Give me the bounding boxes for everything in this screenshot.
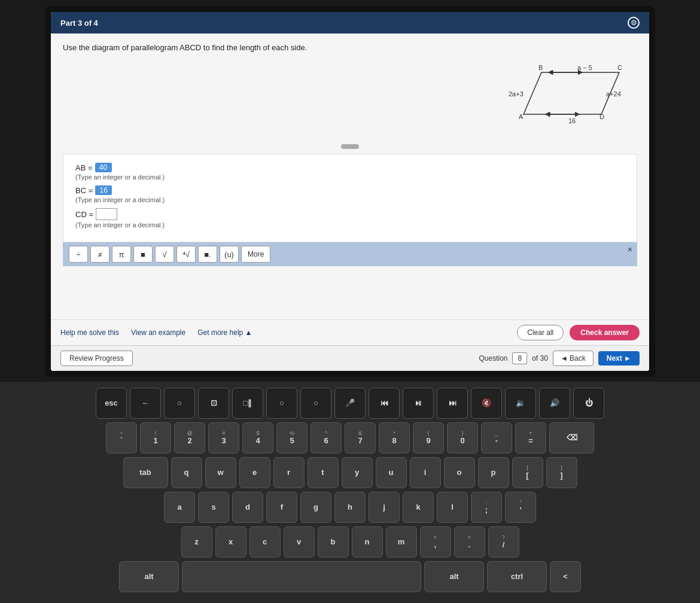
key-0[interactable]: )0 [447,422,478,453]
key-w[interactable]: w [205,457,236,488]
key-8[interactable]: *8 [379,422,410,453]
decimal-btn[interactable]: ■. [198,246,217,263]
cd-label: CD = [75,208,625,220]
keyboard: esc ← ○ ⊡ □‖ ○ ○ 🎤 ⏮ ⏯ ⏭ 🔇 🔉 🔊 ⏻ ~` !1 @… [0,382,700,603]
screen-bezel: Part 3 of 4 ⚙ Use the diagram of paralle… [45,6,655,377]
not-equal-btn[interactable]: ≠ [90,246,109,263]
clear-all-button[interactable]: Clear all [517,325,564,340]
box-btn[interactable]: ■ [133,246,153,263]
key-4[interactable]: $4 [242,422,273,453]
key-next-track[interactable]: ⏭ [437,388,468,419]
key-lbracket[interactable]: {[ [512,457,543,488]
key-k[interactable]: k [403,492,434,523]
key-minus[interactable]: _- [481,422,512,453]
key-alt-left[interactable]: alt [119,561,179,592]
divide-btn[interactable]: ÷ [69,246,88,263]
key-p[interactable]: p [478,457,509,488]
key-r[interactable]: r [273,457,305,488]
key-fn5[interactable]: □‖ [232,388,263,419]
key-semicolon[interactable]: :; [471,492,502,523]
key-a[interactable]: a [164,492,195,523]
key-n[interactable]: n [352,526,383,558]
cd-input[interactable] [96,208,117,220]
key-equals[interactable]: += [515,422,546,453]
key-tab[interactable]: tab [123,457,168,488]
keyboard-fn-row: esc ← ○ ⊡ □‖ ○ ○ 🎤 ⏮ ⏯ ⏭ 🔇 🔉 🔊 ⏻ [12,388,688,419]
sqrt-btn[interactable]: √ [155,246,174,263]
key-7[interactable]: &7 [345,422,376,453]
key-l[interactable]: l [437,492,468,523]
key-g[interactable]: g [300,492,331,523]
bc-row: BC = 16 (Type an integer or a decimal.) [75,185,625,203]
key-rbracket[interactable]: }] [546,457,577,488]
help-me-solve-link[interactable]: Help me solve this [60,328,119,337]
back-button[interactable]: ◄ Back [553,351,594,366]
key-back-arrow[interactable]: ← [130,388,161,419]
key-v[interactable]: v [284,526,315,558]
key-6[interactable]: ^6 [311,422,342,453]
key-s[interactable]: s [198,492,229,523]
key-quote[interactable]: "' [505,492,536,523]
key-o[interactable]: o [444,457,475,488]
unit-btn[interactable]: (u) [220,246,239,263]
key-fn4[interactable]: ⊡ [198,388,229,419]
nth-root-btn[interactable]: ⁴√ [176,246,196,263]
key-fn7[interactable]: ○ [300,388,331,419]
key-power[interactable]: ⏻ [573,388,604,419]
key-prev-track[interactable]: ⏮ [369,388,400,419]
key-ctrl-right[interactable]: ctrl [487,561,547,592]
key-fn3[interactable]: ○ [164,388,195,419]
key-slash[interactable]: ?/ [488,526,519,558]
key-m[interactable]: m [386,526,417,558]
svg-text:16: 16 [568,117,576,124]
key-arrow-left[interactable]: < [550,561,581,592]
key-z[interactable]: z [181,526,212,558]
key-e[interactable]: e [239,457,270,488]
key-mute[interactable]: 🔇 [471,388,502,419]
key-9[interactable]: (9 [413,422,444,453]
key-comma[interactable]: <, [420,526,451,558]
key-backtick[interactable]: ~` [106,422,137,453]
pi-btn[interactable]: π [112,246,131,263]
key-h[interactable]: h [334,492,366,523]
key-q[interactable]: q [171,457,202,488]
key-u[interactable]: u [376,457,407,488]
key-vol-up[interactable]: 🔊 [539,388,570,419]
key-5[interactable]: %5 [276,422,308,453]
key-vol-down[interactable]: 🔉 [505,388,536,419]
key-b[interactable]: b [318,526,349,558]
key-d[interactable]: d [232,492,263,523]
key-f[interactable]: f [266,492,297,523]
key-1[interactable]: !1 [140,422,171,453]
key-j[interactable]: j [369,492,400,523]
key-space[interactable] [182,561,421,592]
key-y[interactable]: y [342,457,373,488]
next-button[interactable]: Next ► [598,351,640,366]
question-text: Use the diagram of parallelogram ABCD to… [63,43,637,52]
key-c[interactable]: c [249,526,281,558]
key-period[interactable]: >. [454,526,485,558]
get-more-help-link[interactable]: Get more help ▲ [197,328,252,337]
keyboard-bottom-row: alt alt ctrl < [12,561,688,592]
bc-text: BC = [75,186,93,195]
key-t[interactable]: t [308,457,339,488]
view-example-link[interactable]: View an example [131,328,185,337]
key-x[interactable]: x [215,526,246,558]
key-esc[interactable]: esc [96,388,127,419]
key-2[interactable]: @2 [174,422,205,453]
review-progress-button[interactable]: Review Progress [60,351,133,366]
key-play-pause[interactable]: ⏯ [403,388,434,419]
toolbar-close-btn[interactable]: × [628,245,632,254]
gear-icon[interactable]: ⚙ [628,17,640,29]
key-3[interactable]: #3 [208,422,239,453]
check-answer-button[interactable]: Check answer [570,325,640,340]
key-alt-right[interactable]: alt [424,561,484,592]
key-fn6[interactable]: ○ [266,388,297,419]
key-backspace[interactable]: ⌫ [549,422,594,453]
key-i[interactable]: i [410,457,441,488]
footer-nav: Review Progress Question 8 of 30 ◄ Back … [51,345,649,371]
cd-text: CD = [75,210,93,219]
header-bar: Part 3 of 4 ⚙ [51,12,649,34]
more-btn[interactable]: More [241,246,270,263]
key-mic[interactable]: 🎤 [334,388,366,419]
